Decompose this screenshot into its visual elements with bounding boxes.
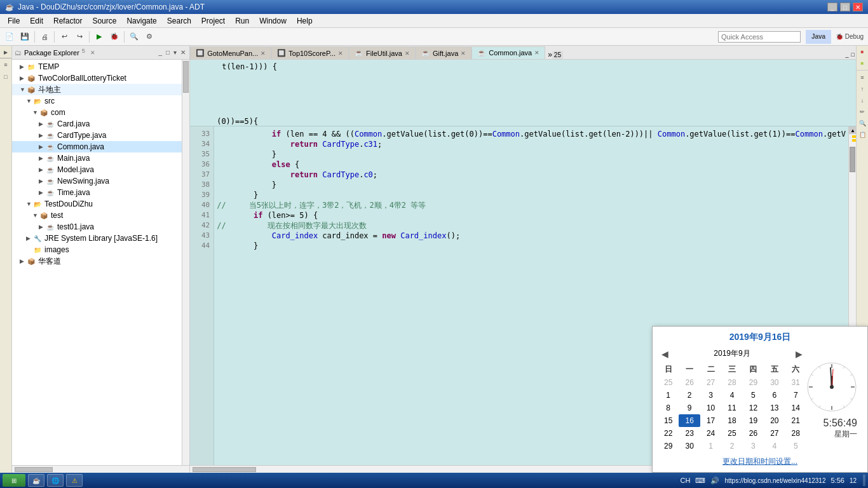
right-icon-7[interactable]: 🔍	[857, 118, 868, 129]
expand-arrow-src[interactable]: ▼	[26, 98, 32, 104]
taskbar-app-info[interactable]: ⚠	[66, 474, 83, 487]
menu-file[interactable]: File	[3, 15, 25, 27]
expand-arrow-cardtype[interactable]: ▶	[39, 132, 45, 139]
cal-day-1[interactable]: 1	[658, 389, 679, 402]
tree-item-cardtype-java[interactable]: ▶ ☕ CardType.java	[12, 130, 189, 141]
expand-arrow-main[interactable]: ▶	[39, 155, 45, 161]
tab-overflow-indicator[interactable]: » 25	[545, 50, 566, 59]
right-icon-1[interactable]: ■	[857, 46, 868, 57]
cal-day-28-aug[interactable]: 28	[721, 376, 742, 389]
expand-arrow-test-package[interactable]: ▼	[32, 212, 39, 219]
right-icon-4[interactable]: ↑	[857, 83, 868, 95]
cal-day-29-aug[interactable]: 29	[743, 376, 764, 389]
expand-arrow-huachadao[interactable]: ▶	[20, 258, 26, 264]
tree-item-huachadao[interactable]: ▶ 📦 华客道	[12, 255, 189, 267]
tree-item-card-java[interactable]: ▶ ☕ Card.java	[12, 118, 189, 130]
cal-day-18[interactable]: 18	[721, 414, 742, 427]
tb-debug-button[interactable]: 🐞	[107, 30, 121, 44]
cal-day-15[interactable]: 15	[658, 414, 679, 427]
cal-day-3[interactable]: 3	[700, 389, 721, 402]
left-icon-3[interactable]: □	[0, 71, 11, 83]
menu-edit[interactable]: Edit	[25, 15, 48, 27]
cal-day-7[interactable]: 7	[785, 389, 806, 402]
expand-arrow-common[interactable]: ▶	[39, 144, 45, 150]
editor-tab-common[interactable]: ☕ Common.java ✕	[471, 46, 545, 59]
cal-day-17[interactable]: 17	[700, 414, 721, 427]
editor-tab-top10scorep[interactable]: 🔲 Top10ScoreP... ✕	[271, 46, 349, 59]
quick-access-input[interactable]	[718, 31, 801, 43]
editor-tab-gift[interactable]: ☕ Gift.java ✕	[416, 46, 471, 59]
tree-item-temp[interactable]: ▶ 📁 TEMP	[12, 61, 189, 72]
cal-day-28[interactable]: 28	[785, 427, 806, 440]
calendar-next-button[interactable]: ▶	[792, 349, 806, 359]
cal-day-5-oct[interactable]: 5	[785, 440, 806, 452]
cal-day-19[interactable]: 19	[743, 414, 764, 427]
tree-item-time-java[interactable]: ▶ ☕ Time.java	[12, 187, 189, 198]
expand-arrow-com[interactable]: ▼	[32, 109, 39, 116]
editor-tab-gotomenupan[interactable]: 🔲 GotoMenuPan... ✕	[190, 46, 271, 59]
close-button[interactable]: ✕	[853, 3, 863, 11]
minimize-panel-button[interactable]: _	[158, 48, 164, 57]
expand-arrow-jre[interactable]: ▶	[26, 235, 32, 241]
cal-day-2-oct[interactable]: 2	[721, 440, 742, 452]
tb-redo-button[interactable]: ↪	[72, 30, 86, 44]
expand-arrow-twocolorball[interactable]: ▶	[20, 75, 26, 81]
tree-item-images[interactable]: 📁 images	[12, 244, 189, 255]
tree-item-test01-java[interactable]: ▶ ☕ test01.java	[12, 221, 189, 233]
tree-item-test-package[interactable]: ▼ 📦 test	[12, 210, 189, 221]
tb-search-button[interactable]: 🔍	[127, 30, 141, 44]
right-icon-2[interactable]: ■	[857, 57, 868, 69]
tb-settings-button[interactable]: ⚙	[142, 30, 156, 44]
tb-undo-button[interactable]: ↩	[57, 30, 71, 44]
tab-close-gotomenupan[interactable]: ✕	[261, 50, 266, 57]
editor-hscrollbar-thumb[interactable]	[193, 467, 256, 472]
cal-day-14[interactable]: 14	[785, 402, 806, 414]
cal-day-26[interactable]: 26	[743, 427, 764, 440]
tree-vscrollbar[interactable]	[182, 60, 189, 465]
menu-window[interactable]: Window	[254, 15, 292, 27]
maximize-editor-button[interactable]: □	[850, 50, 856, 59]
cal-day-30[interactable]: 30	[679, 440, 700, 452]
right-icon-5[interactable]: ↓	[857, 95, 868, 106]
tab-close-fileutil[interactable]: ✕	[405, 50, 410, 57]
right-icon-3[interactable]: ≡	[857, 72, 868, 83]
cal-day-1-oct[interactable]: 1	[700, 440, 721, 452]
minimize-button[interactable]: _	[827, 3, 837, 11]
tree-item-src[interactable]: ▼ 📂 src	[12, 95, 189, 107]
cal-day-24[interactable]: 24	[700, 427, 721, 440]
tree-hscrollbar[interactable]	[12, 465, 189, 473]
cal-day-20[interactable]: 20	[764, 414, 785, 427]
calendar-prev-button[interactable]: ◀	[658, 349, 672, 359]
tb-new-button[interactable]: 📄	[3, 30, 17, 44]
tab-close-common[interactable]: ✕	[534, 50, 539, 56]
left-icon-2[interactable]: ≡	[0, 59, 11, 71]
cal-day-22[interactable]: 22	[658, 427, 679, 440]
cal-day-5[interactable]: 5	[743, 389, 764, 402]
right-icon-8[interactable]: 📋	[857, 129, 868, 140]
tree-hscrollbar-thumb[interactable]	[15, 467, 53, 472]
cal-day-10[interactable]: 10	[700, 402, 721, 414]
tree-scrollbar-thumb[interactable]	[183, 61, 189, 93]
expand-arrow-doudizhu[interactable]: ▼	[20, 86, 26, 93]
menu-project[interactable]: Project	[196, 15, 230, 27]
start-button[interactable]: ⊞	[3, 474, 25, 487]
tree-item-model-java[interactable]: ▶ ☕ Model.java	[12, 164, 189, 175]
tab-close-gift[interactable]: ✕	[461, 50, 466, 57]
expand-arrow-time[interactable]: ▶	[39, 189, 45, 196]
cal-day-29[interactable]: 29	[658, 440, 679, 452]
taskbar-show-desktop-button[interactable]	[863, 475, 865, 486]
maximize-button[interactable]: □	[840, 3, 850, 11]
tree-item-testdoudizhu[interactable]: ▼ 📂 TestDouDiZhu	[12, 198, 189, 210]
close-icon[interactable]: ✕	[90, 50, 95, 56]
cal-day-26-aug[interactable]: 26	[679, 376, 700, 389]
tb-print-button[interactable]: 🖨	[37, 30, 51, 44]
tb-save-button[interactable]: 💾	[18, 30, 32, 44]
cal-day-11[interactable]: 11	[721, 402, 742, 414]
tree-item-newswing-java[interactable]: ▶ ☕ NewSwing.java	[12, 175, 189, 187]
tree-item-common-java[interactable]: ▶ ☕ Common.java	[12, 141, 189, 152]
left-icon-1[interactable]: ▶	[0, 47, 11, 58]
menu-navigate[interactable]: Navigate	[121, 15, 161, 27]
cal-day-31-aug[interactable]: 31	[785, 376, 806, 389]
cal-day-3-oct[interactable]: 3	[743, 440, 764, 452]
package-explorer-tab[interactable]: 🗂 Package Explorer 5 ✕	[15, 48, 95, 57]
